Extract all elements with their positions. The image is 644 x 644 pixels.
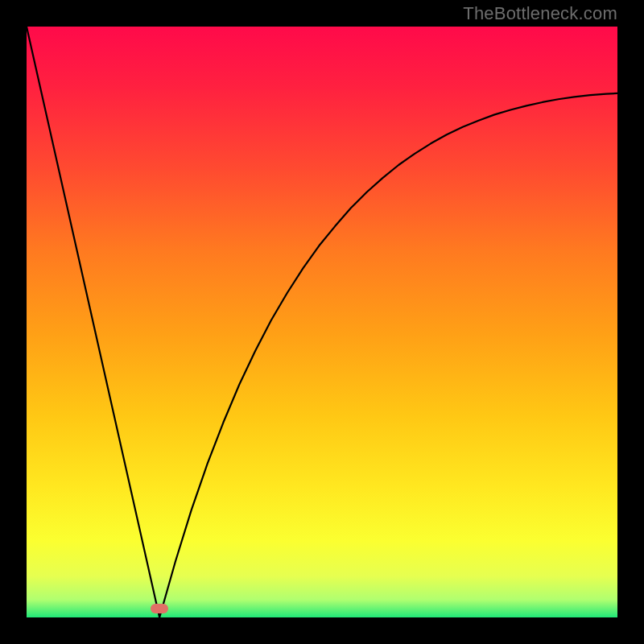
chart-frame: TheBottleneck.com	[0, 0, 644, 644]
watermark-text: TheBottleneck.com	[463, 3, 617, 24]
bottleneck-curve	[27, 27, 617, 617]
plot-area	[27, 27, 617, 617]
minimum-marker	[151, 604, 168, 613]
